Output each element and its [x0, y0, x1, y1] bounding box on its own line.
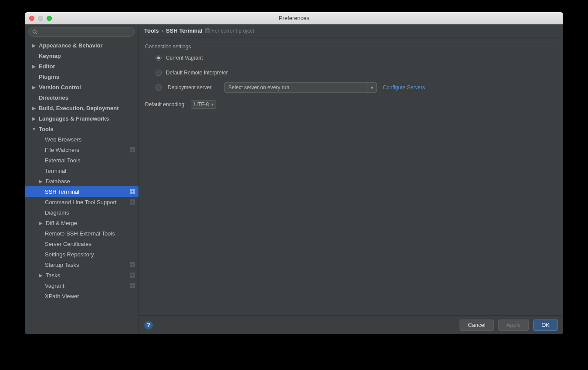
sidebar-item-label: Server Certificates: [45, 241, 91, 247]
sidebar-item-vagrant[interactable]: Vagrant: [25, 280, 139, 291]
sidebar-item-label: Editor: [39, 63, 55, 70]
radio-current-vagrant[interactable]: [155, 55, 162, 61]
encoding-label: Default encoding:: [145, 101, 186, 108]
chevron-right-icon: ›: [162, 27, 163, 34]
sidebar-item-settings-repo[interactable]: Settings Repository: [25, 249, 139, 259]
sidebar-item-label: Tasks: [46, 272, 60, 279]
combo-value: UTF-8: [194, 101, 209, 108]
project-scope-icon: [130, 147, 135, 152]
sidebar-item-label: Directories: [39, 94, 68, 101]
sidebar-item-build[interactable]: ▶Build, Execution, Deployment: [25, 103, 139, 113]
sidebar-item-label: Terminal: [45, 168, 66, 174]
sidebar-item-label: Command Line Tool Support: [45, 199, 117, 205]
sidebar-item-startup-tasks[interactable]: Startup Tasks: [25, 259, 139, 270]
connection-legend: Connection settings: [145, 44, 191, 50]
sidebar-item-label: SSH Terminal: [45, 188, 79, 195]
sidebar-item-keymap[interactable]: ▶Keymap: [25, 50, 139, 61]
sidebar-item-xpath[interactable]: XPath Viewer: [25, 291, 139, 301]
sidebar-item-remote-ssh-tools[interactable]: Remote SSH External Tools: [25, 228, 139, 239]
breadcrumb-root: Tools: [144, 27, 159, 34]
preferences-window: Preferences ▶Appearance & Behavior ▶Keym…: [25, 12, 563, 334]
svg-rect-3: [131, 148, 134, 151]
sidebar-item-label: Diff & Merge: [46, 220, 77, 226]
sidebar-item-web-browsers[interactable]: Web Browsers: [25, 134, 139, 145]
breadcrumb-hint: For current project: [212, 28, 254, 34]
cancel-button[interactable]: Cancel: [460, 320, 493, 331]
sidebar-item-server-certs[interactable]: Server Certificates: [25, 239, 139, 249]
window-controls: [29, 16, 52, 21]
search-icon: [32, 29, 37, 34]
chevron-down-icon: ▼: [368, 83, 376, 92]
sidebar-item-label: Languages & Frameworks: [39, 115, 109, 122]
sidebar-item-plugins[interactable]: ▶Plugins: [25, 71, 139, 82]
sidebar-item-tasks[interactable]: ▶Tasks: [25, 270, 139, 280]
combo-value: Select server on every run: [228, 84, 289, 91]
sidebar-item-version-control[interactable]: ▶Version Control: [25, 82, 139, 92]
sidebar-item-label: External Tools: [45, 157, 80, 164]
radio-deployment-server[interactable]: [155, 84, 162, 91]
svg-rect-13: [131, 284, 134, 287]
sidebar-item-label: XPath Viewer: [45, 293, 79, 299]
ok-button[interactable]: OK: [533, 320, 558, 331]
project-scope-icon: [130, 272, 135, 278]
sidebar-item-label: Plugins: [39, 74, 59, 80]
sidebar-item-terminal[interactable]: Terminal: [25, 165, 139, 176]
sidebar-item-external-tools[interactable]: External Tools: [25, 155, 139, 165]
svg-rect-7: [131, 201, 134, 203]
sidebar-item-file-watchers[interactable]: File Watchers: [25, 145, 139, 155]
project-scope-icon: [205, 28, 210, 33]
window-title: Preferences: [25, 15, 563, 21]
sidebar-item-label: Version Control: [39, 84, 81, 91]
svg-line-1: [36, 33, 37, 34]
radio-label: Default Remote Interpreter: [166, 70, 228, 76]
settings-tree: ▶Appearance & Behavior ▶Keymap ▶Editor ▶…: [25, 39, 139, 334]
sidebar-item-label: Remote SSH External Tools: [45, 230, 115, 237]
divider: [194, 47, 557, 47]
project-scope-icon: [130, 189, 135, 194]
sidebar-item-label: Diagrams: [45, 209, 69, 216]
sidebar-item-tools[interactable]: ▼Tools: [25, 124, 139, 134]
sidebar-item-diff-merge[interactable]: ▶Diff & Merge: [25, 218, 139, 228]
sidebar-item-directories[interactable]: ▶Directories: [25, 92, 139, 103]
search-input[interactable]: [28, 27, 135, 37]
sidebar-item-label: Startup Tasks: [45, 262, 79, 268]
svg-rect-14: [206, 29, 210, 33]
radio-label: Deployment server: [168, 84, 218, 91]
apply-button[interactable]: Apply: [498, 320, 529, 331]
sidebar-item-diagrams[interactable]: Diagrams: [25, 207, 139, 218]
close-icon[interactable]: [29, 16, 34, 21]
project-scope-icon: [130, 283, 135, 288]
svg-rect-5: [131, 190, 134, 193]
sidebar-item-label: Settings Repository: [45, 251, 94, 258]
sidebar-item-appearance[interactable]: ▶Appearance & Behavior: [25, 40, 139, 50]
sidebar-item-label: File Watchers: [45, 147, 79, 153]
minimize-icon[interactable]: [38, 16, 43, 21]
breadcrumb: Tools › SSH Terminal For current project: [139, 24, 563, 37]
breadcrumb-leaf: SSH Terminal: [166, 27, 203, 34]
sidebar-item-label: Vagrant: [45, 283, 64, 289]
sidebar-item-editor[interactable]: ▶Editor: [25, 61, 139, 71]
sidebar-item-ssh-terminal[interactable]: SSH Terminal: [25, 186, 139, 197]
sidebar-item-cli-tool[interactable]: Command Line Tool Support: [25, 197, 139, 207]
radio-label: Current Vagrant: [166, 55, 203, 61]
svg-rect-9: [131, 263, 134, 266]
titlebar: Preferences: [25, 12, 563, 24]
dialog-footer: ? Cancel Apply OK: [139, 315, 563, 334]
encoding-combo[interactable]: UTF-8: [191, 100, 216, 109]
sidebar-item-label: Tools: [39, 126, 54, 132]
svg-rect-15: [206, 30, 209, 32]
sidebar-item-label: Build, Execution, Deployment: [39, 105, 118, 111]
svg-rect-11: [131, 274, 134, 276]
settings-panel: Connection settings Current Vagrant Defa…: [139, 37, 563, 315]
svg-point-0: [33, 30, 37, 34]
sidebar-item-languages[interactable]: ▶Languages & Frameworks: [25, 113, 139, 124]
sidebar-item-label: Appearance & Behavior: [39, 42, 103, 49]
maximize-icon[interactable]: [47, 16, 52, 21]
project-scope-icon: [130, 262, 135, 267]
configure-servers-link[interactable]: Configure Servers: [383, 84, 425, 91]
sidebar-item-database[interactable]: ▶Database: [25, 176, 139, 186]
radio-default-remote[interactable]: [155, 70, 162, 76]
sidebar-item-label: Keymap: [39, 53, 61, 59]
deployment-server-combo[interactable]: Select server on every run ▼: [224, 82, 377, 93]
help-icon[interactable]: ?: [144, 321, 153, 330]
